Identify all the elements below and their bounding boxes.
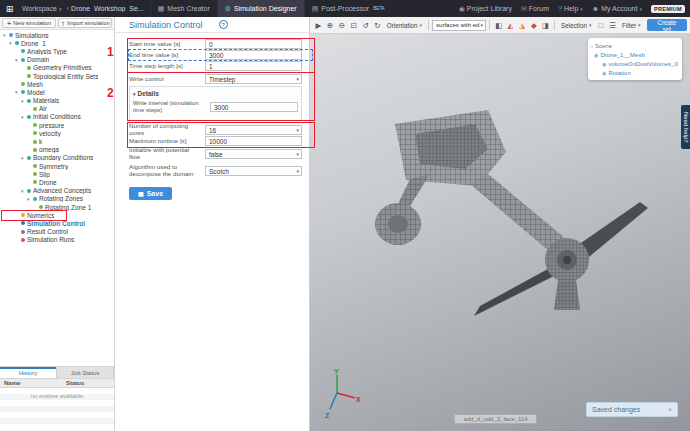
viewport-3d[interactable]: □ Scene ◉ Drone_1__Mesh ◉ volumeOnDustVo… [310,34,690,431]
tab-job-status[interactable]: Job Status [57,367,114,378]
need-help-tab[interactable]: Need help? [681,105,690,149]
forum-button[interactable]: ✉ Forum [521,0,549,17]
tree-item-velocity[interactable]: velocity [0,129,114,137]
tree-item-rotating-zone-1[interactable]: Rotating Zone 1 [0,203,114,211]
tree-item-symmetry[interactable]: Symmetry [0,162,114,170]
toolbar-divider [489,20,490,30]
selection-menu[interactable]: Selection ▾ [558,22,594,29]
time-step-input[interactable] [205,61,302,71]
tree-item-geometry-primitives[interactable]: Geometry Primitives [0,64,114,72]
tree-item-k[interactable]: k [0,137,114,145]
drone-mesh[interactable] [310,34,690,431]
tree-item-label: Rotating Zones [39,195,83,202]
invert-visibility-icon[interactable]: ◆ [528,19,539,32]
decompose-algorithm-select[interactable]: Scotch ▾ [205,166,302,176]
tree-item-analysis-type[interactable]: Analysis Type [0,47,114,55]
tree-item-topological-entity-sets[interactable]: Topological Entity Sets [0,72,114,80]
help-circle-icon[interactable]: ? [219,20,228,29]
tree-item-model[interactable]: ▾ Model [0,88,114,96]
render-mode-select[interactable]: surfaces with ed ▾ [432,20,486,31]
scene-root-row[interactable]: □ Scene [590,41,680,50]
create-set-button[interactable]: Create set [647,19,688,31]
chevron-down-icon: ▾ [580,6,583,12]
tree-item-domain[interactable]: ▾ Domain [0,56,114,64]
import-simulation-button[interactable]: ⇑ Import simulation [58,18,112,28]
zoom-out-icon[interactable]: ⊖ [337,19,348,32]
start-time-input[interactable] [205,39,302,49]
apps-grid-icon[interactable]: ⊞ [3,2,16,15]
tree-item-advanced-concepts[interactable]: ▾ Advanced Concepts [0,187,114,195]
tree-item-mesh[interactable]: Mesh [0,80,114,88]
scene-item[interactable]: ◉ Drone_1__Mesh [590,50,680,59]
project-name: Drone_Workshop_Se... [71,5,150,12]
eye-icon[interactable]: ◉ [602,70,606,76]
isolate-selection-icon[interactable]: ◮ [517,19,528,32]
potential-flow-select[interactable]: false ▾ [205,149,302,159]
selection-list-icon[interactable]: ☰ [607,19,618,32]
show-all-icon[interactable]: ◨ [540,19,551,32]
fit-view-icon[interactable]: ⊡ [348,19,359,32]
history-panel: History Job Status Name Status no entiti… [0,366,114,431]
show-faces-icon[interactable]: ◧ [493,19,504,32]
workspace-menu[interactable]: Workspace ▾ [19,0,64,17]
tree-item-numerics[interactable]: Numerics [0,211,114,219]
redo-icon[interactable]: ↻ [372,19,383,32]
close-icon[interactable]: × [668,406,672,413]
scene-item-label: Rotation [608,70,630,76]
tab-mesh-creator[interactable]: ▦ Mesh Creator [150,0,217,17]
tree-item-icon [27,74,31,78]
project-library-button[interactable]: ◉ Project Library [459,0,512,17]
field-end-time: End time value [s] [129,50,302,60]
max-runtime-input[interactable] [205,136,302,146]
sidebar-actions: + New simulation ⇑ Import simulation [0,17,114,30]
details-toggle[interactable]: ▾ Details [133,89,298,98]
tab-history[interactable]: History [0,367,57,378]
write-control-select[interactable]: Timestep ▾ [205,74,302,84]
tab-post-processor[interactable]: ▤ Post-Processor BETA [304,0,392,17]
orientation-menu[interactable]: Orientation ▾ [384,22,425,29]
tree-item-simulation-control[interactable]: Simulation Control [0,219,114,227]
tree-item-simulations[interactable]: ▾ Simulations [0,31,114,39]
tree-item-materials[interactable]: ▾ Materials [0,97,114,105]
tree-item-drone-1[interactable]: ▾ Drone_1 [0,39,114,47]
import-icon: ⇑ [60,20,65,27]
undo-icon[interactable]: ↺ [360,19,371,32]
new-simulation-button[interactable]: + New simulation [2,18,56,28]
box-select-icon[interactable]: □ [595,19,606,32]
end-time-input[interactable] [205,50,302,60]
tree-item-icon [39,205,43,209]
tree-item-label: Numerics [27,212,54,219]
tree-item-slip[interactable]: Slip [0,170,114,178]
scene-item[interactable]: ◉ volumeOnDustVolumes_0 [590,59,680,68]
tree-item-rotating-zones[interactable]: ▾ Rotating Zones [0,195,114,203]
tree-item-result-control[interactable]: Result Control [0,228,114,236]
tree-item-label: Geometry Primitives [33,64,92,71]
computing-cores-select[interactable]: 16 ▾ [205,125,302,135]
tree-item-boundary-conditions[interactable]: ▾ Boundary Conditions [0,154,114,162]
back-icon[interactable]: ‹ [64,4,71,13]
my-account-menu[interactable]: ☻ My Account ▾ [592,0,642,17]
tree-item-simulation-runs[interactable]: Simulation Runs [0,236,114,244]
scene-item[interactable]: ◉ Rotation [590,68,680,77]
tree-item-omega[interactable]: omega [0,146,114,154]
zoom-in-icon[interactable]: ⊕ [325,19,336,32]
details-section: ▾ Details Write interval (simulation tim… [129,86,302,121]
field-start-time: Start time value [s] [129,39,302,49]
tree-item-air[interactable]: Air [0,105,114,113]
sidebar: + New simulation ⇑ Import simulation ▾ S… [0,17,115,431]
simulation-designer-icon: ⚙ [225,5,231,13]
write-interval-input[interactable] [210,102,298,112]
tree-item-pressure[interactable]: pressure [0,121,114,129]
eye-icon[interactable]: ◉ [594,52,598,58]
hide-selection-icon[interactable]: ◭ [505,19,516,32]
select-tool-icon[interactable]: ▶ [313,19,324,32]
tree-item-icon [33,123,37,127]
tree-item-initial-conditions[interactable]: ▾ Initial Conditions [0,113,114,121]
tab-simulation-designer[interactable]: ⚙ Simulation Designer [217,0,304,17]
help-menu[interactable]: ? Help ▾ [558,0,583,17]
filter-menu[interactable]: Filter ▾ [619,22,644,29]
tree-item-label: Advanced Concepts [33,187,91,194]
save-button[interactable]: ▦ Save [129,187,172,200]
tree-item-drone[interactable]: Drone [0,178,114,186]
eye-icon[interactable]: ◉ [602,61,606,67]
